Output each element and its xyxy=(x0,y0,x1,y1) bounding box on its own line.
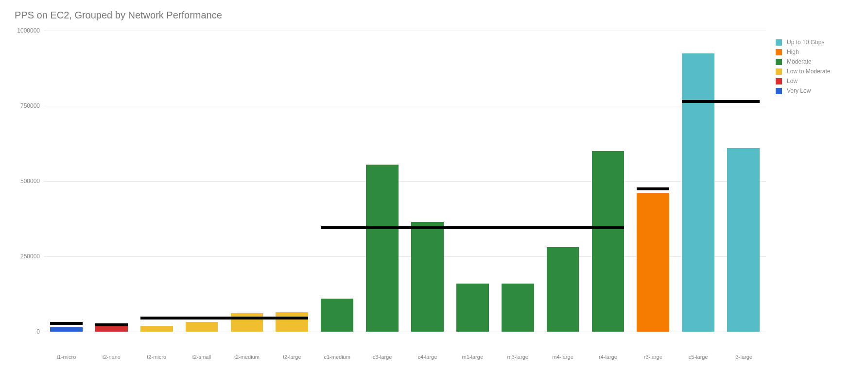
legend-item[interactable]: Low xyxy=(776,78,853,84)
legend-label: Low xyxy=(787,78,798,84)
y-tick: 500000 xyxy=(20,178,40,185)
legend: Up to 10 GbpsHighModerateLow to Moderate… xyxy=(776,39,853,97)
x-tick: t2-micro xyxy=(134,354,179,360)
y-tick: 750000 xyxy=(20,102,40,109)
bar-c1-medium[interactable] xyxy=(321,299,353,332)
y-tick: 1000000 xyxy=(17,27,40,34)
group-avg-moderate xyxy=(321,226,624,229)
bar-slot xyxy=(721,31,766,332)
bar-slot xyxy=(450,31,495,332)
legend-swatch xyxy=(776,78,782,84)
legend-item[interactable]: High xyxy=(776,49,853,55)
bar-t2-micro[interactable] xyxy=(140,326,173,332)
x-tick: t2-nano xyxy=(89,354,134,360)
bar-slot xyxy=(360,31,405,332)
bar-r3-large[interactable] xyxy=(637,193,669,332)
group-avg-low xyxy=(95,323,128,326)
bar-slot xyxy=(179,31,225,332)
group-avg-very-low xyxy=(50,322,83,325)
group-avg-up-to-10-gbps xyxy=(682,100,760,103)
y-axis: 02500005000007500001000000 xyxy=(10,31,44,332)
legend-swatch xyxy=(776,68,782,75)
legend-label: Low to Moderate xyxy=(787,68,830,75)
bar-slot xyxy=(44,31,89,332)
bar-slot xyxy=(89,31,134,332)
bar-m4-large[interactable] xyxy=(547,247,579,332)
x-tick: r3-large xyxy=(630,354,676,360)
legend-label: Moderate xyxy=(787,58,812,65)
bar-t2-small[interactable] xyxy=(186,322,218,332)
x-tick: m3-large xyxy=(495,354,540,360)
legend-swatch xyxy=(776,88,782,94)
bars-container xyxy=(44,31,766,332)
bar-slot xyxy=(314,31,360,332)
legend-swatch xyxy=(776,59,782,65)
bar-m1-large[interactable] xyxy=(456,284,489,332)
x-tick: c1-medium xyxy=(314,354,360,360)
x-tick: m1-large xyxy=(450,354,495,360)
legend-label: Up to 10 Gbps xyxy=(787,39,824,46)
legend-label: High xyxy=(787,49,799,55)
bar-slot xyxy=(225,31,270,332)
bar-slot xyxy=(630,31,676,332)
legend-item[interactable]: Low to Moderate xyxy=(776,68,853,75)
x-tick: c3-large xyxy=(360,354,405,360)
gridline xyxy=(44,332,766,332)
x-tick: t2-small xyxy=(179,354,225,360)
legend-item[interactable]: Up to 10 Gbps xyxy=(776,39,853,46)
bar-slot xyxy=(134,31,179,332)
x-axis: t1-microt2-nanot2-microt2-smallt2-medium… xyxy=(44,354,766,360)
bar-r4-large[interactable] xyxy=(592,151,625,332)
group-avg-low-to-moderate xyxy=(140,317,308,320)
bar-t2-medium[interactable] xyxy=(231,313,263,332)
x-tick: t2-medium xyxy=(225,354,270,360)
bar-slot xyxy=(405,31,450,332)
x-tick: t2-large xyxy=(269,354,314,360)
bar-i3-large[interactable] xyxy=(727,148,760,332)
chart-container: PPS on EC2, Grouped by Network Performan… xyxy=(10,10,858,360)
legend-item[interactable]: Moderate xyxy=(776,58,853,65)
bar-t2-large[interactable] xyxy=(276,312,308,332)
x-tick: m4-large xyxy=(540,354,586,360)
legend-label: Very Low xyxy=(787,87,811,94)
x-tick: r4-large xyxy=(586,354,631,360)
bar-m3-large[interactable] xyxy=(502,284,534,332)
bar-slot xyxy=(540,31,586,332)
bar-t2-nano[interactable] xyxy=(95,326,128,332)
bar-slot xyxy=(269,31,314,332)
bar-slot xyxy=(676,31,721,332)
x-tick: c5-large xyxy=(676,354,721,360)
bar-c4-large[interactable] xyxy=(411,222,444,332)
legend-item[interactable]: Very Low xyxy=(776,87,853,94)
x-tick: t1-micro xyxy=(44,354,89,360)
y-tick: 0 xyxy=(36,328,40,335)
bar-t1-micro[interactable] xyxy=(50,327,83,332)
legend-swatch xyxy=(776,39,782,46)
plot-wrapper: 02500005000007500001000000 xyxy=(10,31,858,351)
bar-slot xyxy=(495,31,540,332)
bar-c5-large[interactable] xyxy=(682,53,714,332)
bar-c3-large[interactable] xyxy=(366,165,399,332)
x-tick: i3-large xyxy=(721,354,766,360)
plot-area xyxy=(44,31,858,332)
group-avg-high xyxy=(637,187,669,190)
x-tick: c4-large xyxy=(405,354,450,360)
bar-slot xyxy=(586,31,631,332)
y-tick: 250000 xyxy=(20,253,40,260)
chart-title: PPS on EC2, Grouped by Network Performan… xyxy=(15,10,858,21)
legend-swatch xyxy=(776,49,782,55)
